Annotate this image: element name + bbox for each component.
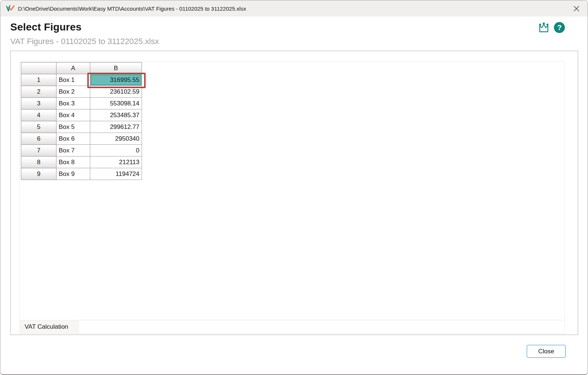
premium-button[interactable] [538,22,549,33]
column-header-b[interactable]: B [90,62,142,74]
cell-b7[interactable]: 0 [90,145,142,156]
page-title: Select Figures [10,21,81,33]
cell-a1[interactable]: Box 1 [56,74,90,86]
row-header[interactable]: 8 [21,156,56,168]
app-logo-icon [5,4,15,13]
window-title: D:\OneDrive\Documents\Work\Easy MTD\Acco… [18,6,246,12]
table-row: 1 Box 1 316995.55 [21,74,142,86]
page-subtitle: VAT Figures - 01102025 to 31122025.xlsx [10,37,159,46]
cell-a2[interactable]: Box 2 [56,86,90,98]
cell-b4[interactable]: 253485.37 [90,109,142,121]
cell-a4[interactable]: Box 4 [56,109,90,121]
crown-icon [538,22,549,33]
cell-b2[interactable]: 236102.59 [90,86,142,98]
window-close-button[interactable] [569,2,584,15]
title-bar: D:\OneDrive\Documents\Work\Easy MTD\Acco… [0,0,588,17]
row-header[interactable]: 4 [21,109,56,121]
close-button[interactable]: Close [527,345,566,358]
row-header[interactable]: 2 [21,86,56,98]
close-icon [573,6,580,12]
column-header-a[interactable]: A [56,62,90,74]
table-row: 4 Box 4 253485.37 [21,109,142,121]
question-mark-icon: ? [557,24,562,32]
row-header[interactable]: 9 [21,168,56,180]
row-header[interactable]: 6 [21,133,56,145]
cell-b9[interactable]: 1194724 [90,168,142,180]
dialog-window: D:\OneDrive\Documents\Work\Easy MTD\Acco… [0,0,588,375]
sheet-viewer: A B 1 Box 1 316995.55 2 Box 2 236102.59 [19,61,565,334]
row-header[interactable]: 3 [21,98,56,109]
table-row: 7 Box 7 0 [21,145,142,156]
cell-a7[interactable]: Box 7 [56,145,90,156]
row-header[interactable]: 5 [21,121,56,133]
table-row: 5 Box 5 299612.77 [21,121,142,133]
selected-cell[interactable]: 316995.55 [90,74,142,86]
cell-a3[interactable]: Box 3 [56,98,90,109]
sheet-tab-vat-calculation[interactable]: VAT Calculation [20,320,79,333]
table-row: 9 Box 9 1194724 [21,168,142,180]
table-row: 3 Box 3 553098.14 [21,98,142,109]
figures-panel: A B 1 Box 1 316995.55 2 Box 2 236102.59 [10,51,578,335]
sheet-tab-label: VAT Calculation [25,323,68,331]
cell-b3[interactable]: 553098.14 [90,98,142,109]
cell-a6[interactable]: Box 6 [56,133,90,145]
cell-b8[interactable]: 212113 [90,156,142,168]
table-row: 2 Box 2 236102.59 [21,86,142,98]
sheet-grid: A B 1 Box 1 316995.55 2 Box 2 236102.59 [21,62,142,180]
corner-header-cell[interactable] [21,62,56,74]
cell-b6[interactable]: 2950340 [90,133,142,145]
cell-a9[interactable]: Box 9 [56,168,90,180]
table-row: 6 Box 6 2950340 [21,133,142,145]
cell-b5[interactable]: 299612.77 [90,121,142,133]
cell-a8[interactable]: Box 8 [56,156,90,168]
help-button[interactable]: ? [554,22,565,33]
row-header[interactable]: 7 [21,145,56,156]
cell-a5[interactable]: Box 5 [56,121,90,133]
table-row: 8 Box 8 212113 [21,156,142,168]
sheet-tab-strip: VAT Calculation [20,320,564,333]
row-header[interactable]: 1 [21,74,56,86]
